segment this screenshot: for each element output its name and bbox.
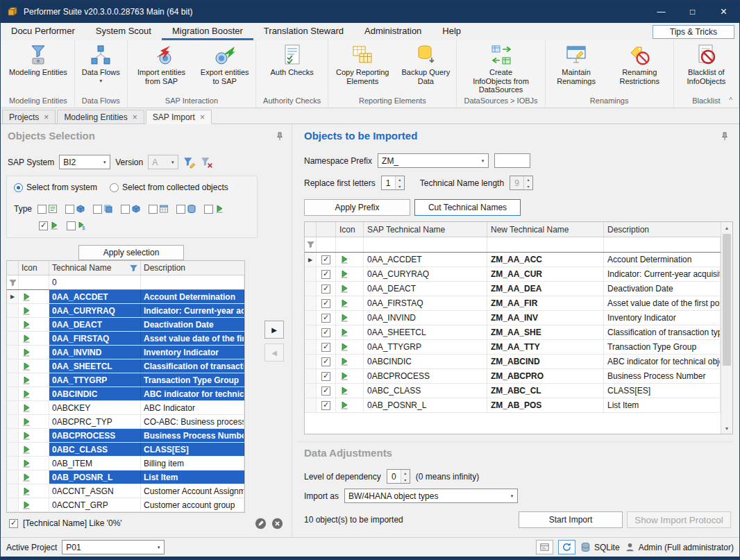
description-cell[interactable]: Transaction Type Group — [141, 373, 244, 387]
import-table-row[interactable]: ▶0AA_ACCDETZM_AA_ACCAccount Determinatio… — [305, 253, 721, 267]
apply-selection-button[interactable]: Apply selection — [78, 245, 184, 260]
sap-technical-name-cell[interactable]: 0ABCINDIC — [364, 355, 487, 368]
description-cell[interactable]: Customer account group — [141, 498, 244, 511]
spinner-up-icon[interactable]: ▴ — [401, 470, 410, 477]
import-row-checkbox[interactable] — [321, 299, 330, 308]
tips-tricks-button[interactable]: Tips & Tricks — [653, 25, 734, 39]
type-option[interactable] — [121, 204, 141, 214]
ribbon-item-auth-checks[interactable]: Auth Checks — [267, 42, 316, 94]
column-sap-technical-name[interactable]: SAP Technical Name — [364, 222, 487, 237]
sap-technical-name-cell[interactable]: 0AA_FIRSTAQ — [364, 296, 487, 310]
import-row-checkbox[interactable] — [321, 314, 330, 323]
description-cell[interactable]: Deactivation Date — [604, 282, 721, 296]
import-row-checkbox[interactable] — [321, 372, 330, 381]
technical-name-cell[interactable]: 0AA_INVIND — [49, 346, 141, 359]
technical-name-cell[interactable]: 0ABCPROCESS — [49, 429, 141, 442]
description-cell[interactable]: ABC indicator for technical object — [604, 355, 721, 368]
spinner-buttons[interactable]: ▴▾ — [395, 176, 404, 189]
new-technical-name-cell[interactable]: ZM_ABCPRO — [487, 369, 604, 383]
description-cell[interactable]: ABC indicator for technical o... — [141, 387, 244, 400]
clear-filter-icon[interactable] — [201, 156, 213, 169]
selection-table-row[interactable]: 0AB_ITEMBilling item — [7, 457, 244, 470]
description-cell[interactable]: Business Process Number — [604, 369, 721, 383]
new-technical-name-cell[interactable]: ZM_ABC_CL — [487, 384, 604, 398]
filter-cell[interactable] — [317, 237, 336, 252]
type-checkbox[interactable] — [149, 205, 158, 214]
technical-name-cell[interactable]: 0AA_ACCDET — [49, 290, 141, 303]
import-row-checkbox[interactable] — [321, 357, 330, 366]
pin-icon[interactable] — [720, 131, 730, 141]
new-technical-name-cell[interactable]: ZM_AA_DEA — [487, 282, 604, 296]
type-checkbox[interactable] — [93, 205, 102, 214]
selection-table-row[interactable]: 0AA_DEACTDeactivation Date — [7, 318, 244, 332]
import-table-row[interactable]: 0AA_FIRSTAQZM_AA_FIRAsset value date of … — [305, 296, 721, 311]
minimize-button[interactable]: — — [646, 1, 677, 23]
sap-technical-name-cell[interactable]: 0AA_DEACT — [364, 282, 487, 296]
description-cell[interactable]: ABC Indicator — [141, 401, 244, 414]
import-row-checkbox[interactable] — [321, 255, 330, 264]
new-technical-name-cell[interactable]: ZM_AA_SHE — [487, 325, 604, 339]
type-option[interactable] — [204, 204, 224, 214]
namespace-suffix-input[interactable] — [494, 153, 530, 168]
selection-table-row[interactable]: 0ABCPROCESSBusiness Process Number — [7, 429, 244, 443]
selection-table-row[interactable]: 0ABCINDICABC indicator for technical o..… — [7, 387, 244, 401]
technical-name-cell[interactable]: 0ACCNT_GRP — [49, 498, 141, 511]
import-table-row[interactable]: 0AA_DEACTZM_AA_DEADeactivation Date — [305, 282, 721, 296]
import-row-checkbox[interactable] — [321, 328, 330, 337]
description-cell[interactable]: Deactivation Date — [141, 318, 244, 331]
filter-name-cell[interactable]: 0 — [49, 275, 141, 289]
menu-item-docu-performer[interactable]: Docu Performer — [1, 23, 85, 40]
import-as-combo[interactable]: BW/4HANA object types▾ — [344, 489, 518, 503]
menu-item-administration[interactable]: Administration — [354, 23, 432, 40]
maximize-button[interactable]: □ — [677, 1, 708, 23]
import-row-checkbox[interactable] — [321, 401, 330, 410]
type-option[interactable] — [65, 204, 85, 214]
selection-table-row[interactable]: 0AA_FIRSTAQAsset value date of the first… — [7, 332, 244, 346]
new-technical-name-cell[interactable]: ZM_AA_CUR — [487, 267, 604, 281]
ribbon-item-import-entities-from-sap[interactable]: Import entities from SAP — [129, 42, 194, 94]
apply-prefix-button[interactable]: Apply Prefix — [304, 199, 410, 216]
selection-table-row[interactable]: 0AA_INVINDInventory Indicator — [7, 346, 244, 359]
selection-table-row[interactable]: 0ACCNT_ASGNCustomer Account Assignme... — [7, 484, 244, 498]
filter-cell[interactable] — [336, 237, 364, 252]
sap-technical-name-cell[interactable]: 0ABCPROCESS — [364, 369, 487, 383]
dependency-spinner[interactable]: 0 ▴▾ — [387, 469, 410, 484]
replace-letters-spinner[interactable]: 1 ▴▾ — [381, 176, 405, 190]
ribbon-collapse-icon[interactable]: ^ — [729, 96, 732, 104]
technical-name-cell[interactable]: 0AA_CURYRAQ — [49, 304, 141, 317]
technical-name-cell[interactable]: 0ACCNT_ASGN — [49, 484, 141, 498]
description-cell[interactable]: List Item — [141, 470, 244, 484]
description-cell[interactable]: Customer Account Assignme... — [141, 484, 244, 498]
ribbon-item-modeling-entities[interactable]: Modeling Entities — [6, 42, 70, 94]
active-project-combo[interactable]: P01▾ — [62, 540, 165, 554]
type-option[interactable]: $ — [67, 221, 87, 230]
import-table-row[interactable]: 0ABCINDICZM_ABCINDABC indicator for tech… — [305, 355, 721, 369]
version-combo[interactable]: A▾ — [148, 155, 178, 169]
close-button[interactable]: × — [708, 1, 739, 23]
scroll-down-icon[interactable]: ▼ — [721, 423, 732, 434]
type-option[interactable] — [149, 204, 169, 214]
technical-name-cell[interactable]: 0AA_FIRSTAQ — [49, 332, 141, 345]
new-technical-name-cell[interactable]: ZM_AA_INV — [487, 311, 604, 325]
selection-table-row[interactable]: 0AA_TTYGRPTransaction Type Group — [7, 373, 244, 387]
show-import-protocol-button[interactable]: Show Import Protocol — [627, 511, 731, 528]
refresh-button[interactable] — [558, 540, 575, 554]
type-option[interactable] — [37, 204, 58, 214]
sap-technical-name-cell[interactable]: 0AA_CURYRAQ — [364, 267, 487, 281]
import-table-row[interactable]: 0AA_SHEETCLZM_AA_SHEClassification of tr… — [305, 325, 721, 340]
selection-table-row[interactable]: 0AA_CURYRAQIndicator: Current-year acqu.… — [7, 304, 244, 318]
ribbon-item-maintain-renamings[interactable]: Maintain Renamings — [547, 42, 606, 94]
import-table-row[interactable]: 0ABCPROCESSZM_ABCPROBusiness Process Num… — [305, 369, 721, 384]
technical-name-cell[interactable]: 0AA_TTYGRP — [49, 373, 141, 387]
log-window-button[interactable] — [536, 540, 553, 554]
selection-table-row[interactable]: ▶0AA_ACCDETAccount Determination — [7, 290, 244, 304]
description-cell[interactable]: Billing item — [141, 457, 244, 470]
selection-table-row[interactable]: 0ACCNT_GRPCustomer account group — [7, 498, 244, 512]
menu-item-system-scout[interactable]: System Scout — [85, 23, 162, 40]
filter-enabled-checkbox[interactable] — [9, 519, 18, 528]
ribbon-item-copy-reporting-elements[interactable]: Copy Reporting Elements — [330, 42, 395, 94]
tab-sap-import[interactable]: SAP Import× — [146, 110, 212, 124]
technical-name-cell[interactable]: 0AB_ITEM — [49, 457, 141, 470]
ribbon-item-data-flows[interactable]: Data Flows▾ — [78, 42, 123, 94]
radio-select-from-system[interactable]: Select from system — [14, 183, 97, 192]
